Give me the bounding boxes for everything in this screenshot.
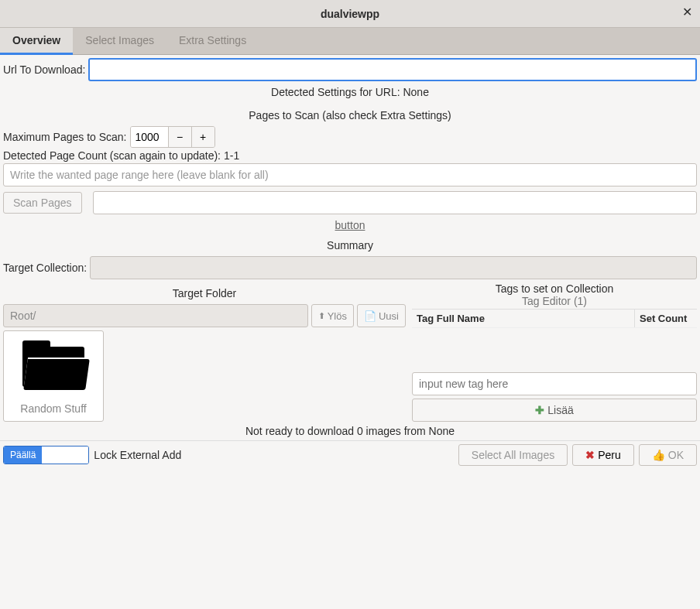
arrow-up-icon: ⬆ xyxy=(318,311,325,321)
toggle-on-label: Päällä xyxy=(4,446,42,464)
url-label: Url To Download: xyxy=(3,63,85,76)
max-pages-decrement[interactable]: − xyxy=(168,127,191,147)
folder-item-label: Random Stuff xyxy=(10,402,97,415)
col-set-count: Set Count xyxy=(635,310,697,327)
lock-toggle[interactable]: Päällä xyxy=(3,446,89,464)
x-icon: ✖ xyxy=(585,449,595,461)
ylos-button[interactable]: ⬆Ylös xyxy=(311,304,354,327)
titlebar: dualviewpp ✕ xyxy=(0,0,700,28)
scan-pages-button[interactable]: Scan Pages xyxy=(3,192,82,214)
close-icon[interactable]: ✕ xyxy=(682,6,692,19)
max-pages-input[interactable] xyxy=(131,127,168,147)
target-collection-label: Target Collection: xyxy=(3,262,87,274)
button-link[interactable]: button xyxy=(335,219,365,231)
thumbs-up-icon: 👍 xyxy=(652,449,665,461)
detected-settings-text: Detected Settings for URL: None xyxy=(3,86,697,98)
new-tag-input[interactable] xyxy=(412,372,697,395)
uusi-button[interactable]: 📄Uusi xyxy=(357,304,406,327)
pages-heading: Pages to Scan (also check Extra Settings… xyxy=(3,109,697,121)
peru-button[interactable]: ✖Peru xyxy=(572,444,634,466)
tab-bar: Overview Select Images Extra Settings xyxy=(0,28,700,55)
scan-result-input[interactable] xyxy=(93,191,698,214)
add-tag-button[interactable]: ✚ Lisää xyxy=(412,399,697,422)
target-folder-heading: Target Folder xyxy=(3,287,406,299)
ok-button[interactable]: 👍OK xyxy=(639,444,697,466)
target-collection-field[interactable] xyxy=(90,256,697,279)
tag-columns-header: Tag Full Name Set Count xyxy=(412,309,697,328)
lock-external-label: Lock External Add xyxy=(94,449,181,461)
tags-heading: Tags to set on Collection xyxy=(412,282,697,295)
page-range-input[interactable] xyxy=(3,163,697,186)
tab-extra-settings[interactable]: Extra Settings xyxy=(166,28,259,54)
new-file-icon: 📄 xyxy=(364,310,376,322)
folder-icon xyxy=(22,340,84,387)
window-title: dualviewpp xyxy=(321,8,379,20)
detected-count-value: 1-1 xyxy=(224,149,239,162)
col-tag-name: Tag Full Name xyxy=(412,310,635,327)
max-pages-label: Maximum Pages to Scan: xyxy=(3,131,127,143)
plus-icon: ✚ xyxy=(535,404,544,416)
tag-editor-label: Tag Editor (1) xyxy=(412,295,697,307)
url-input[interactable] xyxy=(88,58,697,81)
tag-list-body xyxy=(412,328,697,372)
summary-heading: Summary xyxy=(3,239,697,251)
folder-path-field[interactable]: Root/ xyxy=(3,304,308,327)
status-text: Not ready to download 0 images from None xyxy=(3,422,697,440)
tab-overview[interactable]: Overview xyxy=(0,28,73,55)
select-all-images-button[interactable]: Select All Images xyxy=(458,444,568,466)
max-pages-increment[interactable]: + xyxy=(191,127,214,147)
toggle-off-side xyxy=(42,446,88,464)
detected-count-label: Detected Page Count (scan again to updat… xyxy=(3,149,221,162)
tab-select-images[interactable]: Select Images xyxy=(73,28,166,54)
folder-item[interactable]: Random Stuff xyxy=(3,330,104,422)
